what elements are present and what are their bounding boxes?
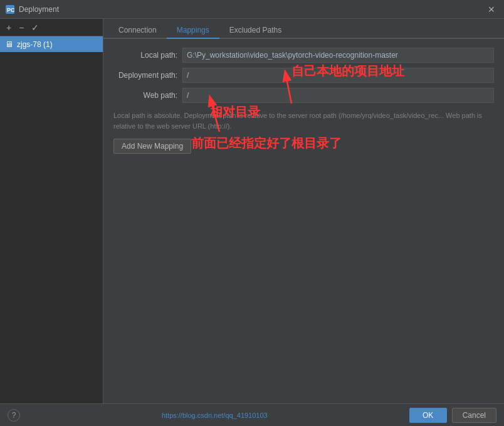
annotation-area: 自己本地的项目地址 相对目录 前面已经指定好 xyxy=(103,160,504,426)
sidebar-item-server[interactable]: 🖥 zjgs-78 (1) xyxy=(0,36,103,52)
add-new-mapping-button[interactable]: Add New Mapping xyxy=(113,139,191,154)
window-title: Deployment xyxy=(19,5,484,14)
app-icon: PC xyxy=(5,4,15,14)
sidebar-item-label: zjgs-78 (1) xyxy=(17,40,53,49)
csdn-link[interactable]: https://blog.csdn.net/qq_41910103 xyxy=(162,412,268,419)
form-description: Local path is absolute. Deployment path … xyxy=(113,110,494,131)
ok-button[interactable]: OK xyxy=(409,408,447,423)
local-path-label: Local path: xyxy=(113,51,182,60)
svg-line-3 xyxy=(285,72,291,104)
tab-excluded-paths[interactable]: Excluded Paths xyxy=(219,23,291,39)
tab-mappings[interactable]: Mappings xyxy=(167,23,219,39)
annotation-root-dir-label: 前面已经指定好了根目录了 xyxy=(191,135,342,152)
check-server-button[interactable]: ✓ xyxy=(29,22,41,33)
sidebar-toolbar: + − ✓ xyxy=(0,19,103,36)
tab-connection[interactable]: Connection xyxy=(108,23,167,39)
add-server-button[interactable]: + xyxy=(4,22,14,33)
remove-server-button[interactable]: − xyxy=(16,22,26,33)
sidebar: + − ✓ 🖥 zjgs-78 (1) xyxy=(0,19,103,426)
title-bar: PC Deployment ✕ xyxy=(0,0,504,19)
bottom-bar: ? https://blog.csdn.net/qq_41910103 OK C… xyxy=(0,403,504,426)
svg-text:PC: PC xyxy=(7,7,15,13)
annotation-local-path-label: 自己本地的项目地址 xyxy=(291,63,404,80)
deployment-path-label: Deployment path: xyxy=(113,71,182,80)
content-area: Connection Mappings Excluded Paths Local… xyxy=(103,19,504,426)
cancel-button[interactable]: Cancel xyxy=(452,408,496,423)
local-path-input[interactable] xyxy=(182,48,494,63)
outer-wrapper: PC Deployment ✕ + − ✓ 🖥 zjgs-78 (1) Conn xyxy=(0,0,504,426)
dialog-body: + − ✓ 🖥 zjgs-78 (1) Connection Mappings xyxy=(0,19,504,426)
web-path-label: Web path: xyxy=(113,91,182,100)
server-icon: 🖥 xyxy=(5,40,13,49)
annotation-relative-dir-label: 相对目录 xyxy=(210,104,260,120)
bottom-buttons: OK Cancel xyxy=(409,408,496,423)
close-button[interactable]: ✕ xyxy=(484,3,499,16)
tab-bar: Connection Mappings Excluded Paths xyxy=(103,19,504,39)
help-button[interactable]: ? xyxy=(8,409,20,422)
